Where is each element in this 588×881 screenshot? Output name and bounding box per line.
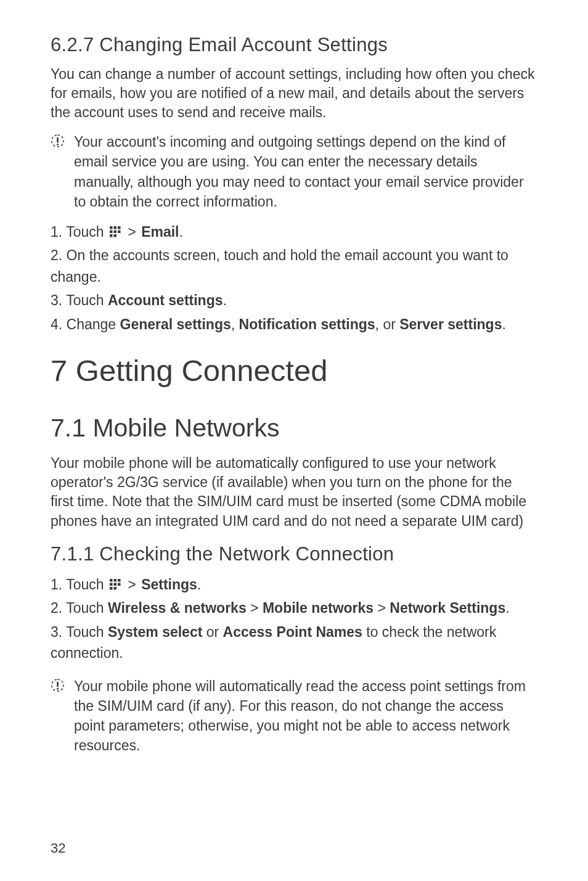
info-warning-icon [51, 678, 65, 692]
note-text-711: Your mobile phone will automatically rea… [74, 676, 537, 756]
note-text-627: Your account's incoming and outgoing set… [74, 132, 537, 211]
note-icon-wrap [51, 132, 74, 211]
step-text: 3. Touch [51, 292, 108, 308]
svg-rect-5 [110, 230, 113, 233]
svg-rect-9 [113, 234, 116, 237]
step-bold: Email [141, 224, 179, 240]
svg-rect-3 [113, 226, 116, 229]
step-627-1: 1. Touch > Email. [51, 221, 537, 243]
step-text: , or [375, 316, 400, 332]
svg-point-1 [57, 144, 59, 145]
step-text: > [128, 576, 140, 592]
apps-grid-icon [110, 579, 121, 590]
heading-71: 7.1 Mobile Networks [51, 414, 537, 443]
step-text: . [505, 600, 509, 616]
apps-grid-icon [110, 226, 121, 237]
note-icon-wrap [51, 676, 74, 756]
intro-71: Your mobile phone will be automatically … [51, 454, 537, 530]
step-bold: Notification settings [239, 316, 375, 332]
step-text: . [179, 224, 183, 240]
step-bold: Network Settings [390, 600, 505, 616]
step-627-2: 2. On the accounts screen, touch and hol… [51, 245, 537, 287]
svg-rect-17 [113, 587, 116, 590]
step-627-3: 3. Touch Account settings. [51, 290, 537, 311]
step-text: 1. Touch [51, 224, 108, 240]
svg-rect-11 [113, 579, 116, 582]
step-text: . [197, 576, 201, 592]
step-text: 1. Touch [51, 576, 108, 592]
svg-rect-4 [118, 226, 121, 229]
step-bold: Access Point Names [223, 624, 362, 640]
svg-rect-2 [110, 226, 113, 229]
svg-rect-0 [57, 137, 59, 143]
step-711-3: 3. Touch System select or Access Point N… [51, 621, 537, 664]
step-bold: Server settings [399, 316, 502, 332]
step-text: 2. Touch [51, 600, 108, 616]
svg-rect-12 [118, 579, 121, 582]
step-text: , [231, 316, 239, 332]
step-text: > [128, 224, 140, 240]
svg-rect-10 [110, 579, 113, 582]
step-text: 3. Touch [51, 624, 108, 640]
svg-rect-14 [113, 583, 116, 586]
step-text: or [202, 624, 223, 640]
page-number: 32 [51, 840, 65, 856]
step-711-1: 1. Touch > Settings. [51, 574, 537, 596]
svg-rect-13 [110, 583, 113, 586]
heading-711: 7.1.1 Checking the Network Connection [51, 543, 537, 565]
note-block-711: Your mobile phone will automatically rea… [51, 676, 537, 756]
svg-rect-18 [57, 681, 59, 687]
step-text: 4. Change [51, 316, 120, 332]
steps-711: 1. Touch > Settings. 2. Touch Wireless &… [51, 574, 537, 664]
step-text: . [502, 316, 505, 332]
step-text: > [247, 600, 263, 616]
svg-rect-7 [118, 230, 121, 233]
note-block-627: Your account's incoming and outgoing set… [51, 132, 537, 211]
svg-rect-16 [110, 587, 113, 590]
step-627-4: 4. Change General settings, Notification… [51, 314, 537, 335]
step-bold: General settings [120, 316, 231, 332]
step-bold: Wireless & networks [108, 600, 247, 616]
svg-rect-6 [113, 230, 116, 233]
step-bold: Mobile networks [263, 600, 374, 616]
step-text: . [223, 292, 227, 308]
step-text: > [374, 600, 390, 616]
steps-627: 1. Touch > Email. 2. On the accounts scr… [51, 221, 537, 335]
heading-627: 6.2.7 Changing Email Account Settings [51, 34, 537, 56]
svg-rect-8 [110, 234, 113, 237]
intro-627: You can change a number of account setti… [51, 65, 537, 122]
info-warning-icon [51, 134, 65, 148]
heading-7: 7 Getting Connected [51, 353, 537, 388]
step-bold: Settings [141, 576, 197, 592]
step-711-2: 2. Touch Wireless & networks > Mobile ne… [51, 597, 537, 619]
step-bold: System select [108, 624, 202, 640]
svg-point-19 [57, 687, 59, 689]
svg-rect-15 [118, 583, 121, 586]
step-bold: Account settings [108, 292, 223, 308]
